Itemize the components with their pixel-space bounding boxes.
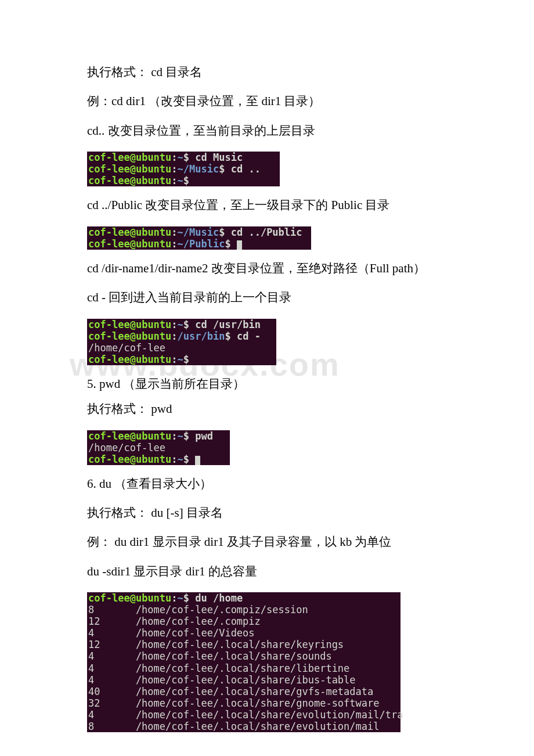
body-text: 例： du dir1 显示目录 dir1 及其子目录容量，以 kb 为单位	[87, 534, 447, 550]
body-text: 执行格式： cd 目录名	[87, 64, 447, 81]
cursor-icon	[237, 240, 242, 250]
terminal-block-cd-usrbin: cof-lee@ubuntu:~$ cd /usr/bin cof-lee@ub…	[87, 319, 276, 365]
terminal-block-cd-public: cof-lee@ubuntu:~/Music$ cd ../Public cof…	[87, 226, 311, 250]
body-text: 例：cd dir1 （改变目录位置，至 dir1 目录）	[87, 93, 447, 110]
body-text: 执行格式： du [-s] 目录名	[87, 505, 447, 521]
body-text: cd - 回到进入当前目录前的上一个目录	[87, 289, 447, 306]
terminal-block-pwd: cof-lee@ubuntu:~$ pwd /home/cof-lee cof-…	[87, 430, 230, 465]
terminal-block-cd-music: cof-lee@ubuntu:~$ cd Music cof-lee@ubunt…	[87, 152, 280, 186]
body-text: cd /dir-name1/dir-name2 改变目录位置，至绝对路径（Ful…	[87, 260, 447, 277]
cursor-icon	[195, 456, 200, 465]
terminal-block-du: cof-lee@ubuntu:~$ du /home 8 /home/cof-l…	[87, 592, 400, 732]
body-text: 5. pwd （显示当前所在目录）	[87, 376, 447, 393]
body-text: 执行格式： pwd	[87, 401, 447, 417]
body-text: cd.. 改变目录位置，至当前目录的上层目录	[87, 123, 447, 139]
body-text: du -sdir1 显示目录 dir1 的总容量	[87, 563, 447, 580]
body-text: 6. du （查看目录大小）	[87, 476, 447, 492]
body-text: cd ../Public 改变目录位置，至上一级目录下的 Public 目录	[87, 197, 447, 214]
